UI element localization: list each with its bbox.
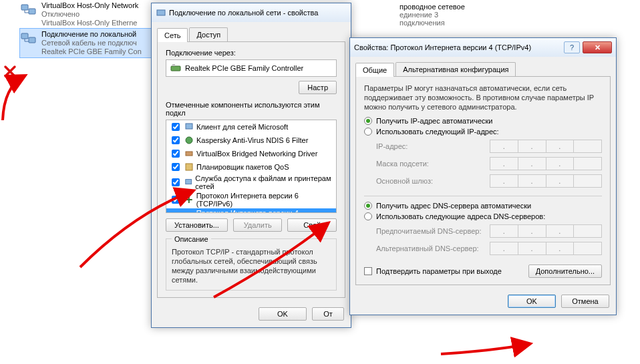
svg-rect-2 (21, 33, 28, 39)
error-x-icon (3, 64, 17, 79)
properties-button[interactable]: Свой (287, 218, 337, 232)
subnet-mask-label: Маска подсети: (376, 160, 490, 168)
radio-ip-auto-label: Получить IP-адрес автоматически (376, 117, 492, 125)
help-button[interactable]: ? (564, 41, 580, 53)
protocol-icon (184, 195, 194, 204)
ipv4-properties-dialog: Свойства: Протокол Интернета версии 4 (T… (349, 37, 617, 315)
network-item-title: VirtualBox Host-Only Network (41, 1, 138, 10)
svg-rect-10 (186, 164, 192, 170)
component-label: Протокол Интернета версии 6 (TCP/IPv6) (196, 192, 333, 208)
description-legend: Описание (172, 235, 211, 243)
client-icon (184, 122, 194, 132)
dns1-label: Предпочитаемый DNS-сервер: (376, 227, 490, 235)
svg-rect-5 (171, 66, 180, 71)
component-label: Kaspersky Anti-Virus NDIS 6 Filter (196, 136, 308, 144)
adapter-icon (170, 63, 181, 73)
svg-rect-3 (29, 37, 35, 43)
component-label: Протокол Интернета версии 4 (TCP/IPv4) (196, 209, 333, 213)
tab-access[interactable]: Доступ (189, 27, 228, 41)
gateway-label: Основной шлюз: (376, 177, 490, 185)
description-text: Протокол TCP/IP - стандартный протокол г… (172, 247, 331, 285)
tab-network[interactable]: Сеть (157, 28, 188, 42)
svg-rect-9 (186, 152, 192, 156)
components-label: Отмеченные компоненты используются этим … (166, 101, 337, 117)
component-label: Клиент для сетей Microsoft (196, 123, 288, 131)
component-checkbox[interactable] (172, 196, 180, 204)
advanced-button[interactable]: Дополнительно... (528, 264, 602, 278)
radio-dns-manual[interactable] (364, 212, 372, 220)
network-adapter-icon (20, 1, 37, 19)
dialog-title-text: Свойства: Протокол Интернета версии 4 (T… (354, 43, 531, 51)
filter-icon (184, 136, 194, 145)
dialog-titlebar[interactable]: Подключение по локальной сети - свойства (152, 3, 351, 22)
component-checkbox[interactable] (172, 136, 180, 144)
network-adapter-icon (20, 30, 37, 47)
dialog-titlebar[interactable]: Свойства: Протокол Интернета версии 4 (T… (350, 38, 616, 57)
svg-rect-1 (29, 9, 35, 14)
radio-dns-auto-row[interactable]: Получить адрес DNS-сервера автоматически (364, 202, 602, 210)
network-item-vbox[interactable]: VirtualBox Host-Only Network Отключено V… (20, 0, 154, 29)
radio-ip-manual[interactable] (364, 128, 372, 136)
confirm-on-exit-checkbox[interactable] (364, 267, 372, 275)
network-item-lan[interactable]: Подключение по локальной Сетевой кабель … (20, 29, 154, 57)
nic-icon (156, 7, 166, 18)
svg-rect-7 (186, 124, 192, 129)
svg-rect-0 (21, 5, 28, 10)
component-checkbox[interactable] (172, 163, 180, 171)
radio-ip-auto-row[interactable]: Получить IP-адрес автоматически (364, 117, 602, 125)
network-item-title: Подключение по локальной (41, 30, 142, 39)
adapter-field: Realtek PCIe GBE Family Controller (166, 59, 337, 77)
network-item-sub: Realtek PCIe GBE Family Con (41, 47, 142, 56)
tabset: Сеть Доступ (157, 27, 345, 42)
cancel-button[interactable]: От (312, 307, 344, 321)
description-group: Описание Протокол TCP/IP - стандартный п… (166, 238, 337, 291)
ok-button[interactable]: OK (259, 307, 307, 321)
cancel-button[interactable]: Отмена (561, 295, 609, 308)
dialog-title-text: Подключение по локальной сети - свойства (169, 9, 318, 17)
network-connections-list: VirtualBox Host-Only Network Отключено V… (20, 0, 154, 57)
radio-dns-manual-row[interactable]: Использовать следующие адреса DNS-сервер… (364, 212, 602, 220)
svg-rect-6 (172, 64, 175, 66)
qos-icon (184, 162, 194, 172)
radio-ip-manual-label: Использовать следующий IP-адрес: (376, 128, 499, 136)
configure-button[interactable]: Настр (299, 81, 337, 94)
protocol-icon (184, 212, 194, 213)
lan-properties-dialog: Подключение по локальной сети - свойства… (151, 3, 351, 328)
dns2-input: ... (490, 242, 602, 255)
partial-text-behind: проводное сетевое единение 3 подключения (399, 3, 465, 27)
component-label: VirtualBox Bridged Networking Driver (196, 150, 317, 158)
gateway-input: ... (490, 174, 602, 188)
components-listbox[interactable]: Клиент для сетей Microsoft Kaspersky Ant… (166, 120, 337, 213)
radio-dns-auto[interactable] (364, 202, 372, 210)
confirm-on-exit-label: Подтвердить параметры при выходе (376, 267, 502, 275)
dns2-label: Альтернативный DNS-сервер: (376, 244, 490, 252)
adapter-name: Realtek PCIe GBE Family Controller (185, 64, 303, 72)
explanation-text: Параметры IP могут назначаться автоматич… (364, 83, 602, 112)
ip-address-label: IP-адрес: (376, 142, 490, 150)
radio-dns-manual-label: Использовать следующие адреса DNS-сервер… (376, 212, 545, 220)
network-item-status: Отключено (41, 10, 138, 19)
radio-ip-manual-row[interactable]: Использовать следующий IP-адрес: (364, 128, 602, 136)
component-label: Планировщик пакетов QoS (196, 163, 289, 171)
component-checkbox[interactable] (172, 150, 180, 158)
close-button[interactable]: ✕ (583, 41, 612, 53)
radio-ip-auto[interactable] (364, 117, 372, 125)
install-button[interactable]: Установить... (166, 218, 228, 232)
service-icon (184, 178, 192, 187)
network-item-status: Сетевой кабель не подключ (41, 39, 142, 47)
connect-via-label: Подключение через: (166, 49, 337, 57)
remove-button[interactable]: Удалить (233, 218, 283, 232)
tabset: Общие Альтернативная конфигурация (355, 62, 611, 77)
svg-point-8 (186, 137, 192, 144)
component-label: Служба доступа к файлам и принтерам сете… (195, 174, 333, 190)
radio-dns-auto-label: Получить адрес DNS-сервера автоматически (376, 202, 531, 210)
subnet-mask-input: ... (490, 157, 602, 170)
driver-icon (184, 149, 194, 158)
component-checkbox[interactable] (172, 123, 180, 131)
component-checkbox[interactable] (172, 178, 180, 186)
ok-button[interactable]: OK (508, 295, 556, 308)
tab-alt-config[interactable]: Альтернативная конфигурация (395, 62, 516, 76)
svg-rect-11 (186, 180, 192, 184)
tab-general[interactable]: Общие (355, 63, 394, 77)
confirm-on-exit-row[interactable]: Подтвердить параметры при выходе (364, 267, 502, 275)
